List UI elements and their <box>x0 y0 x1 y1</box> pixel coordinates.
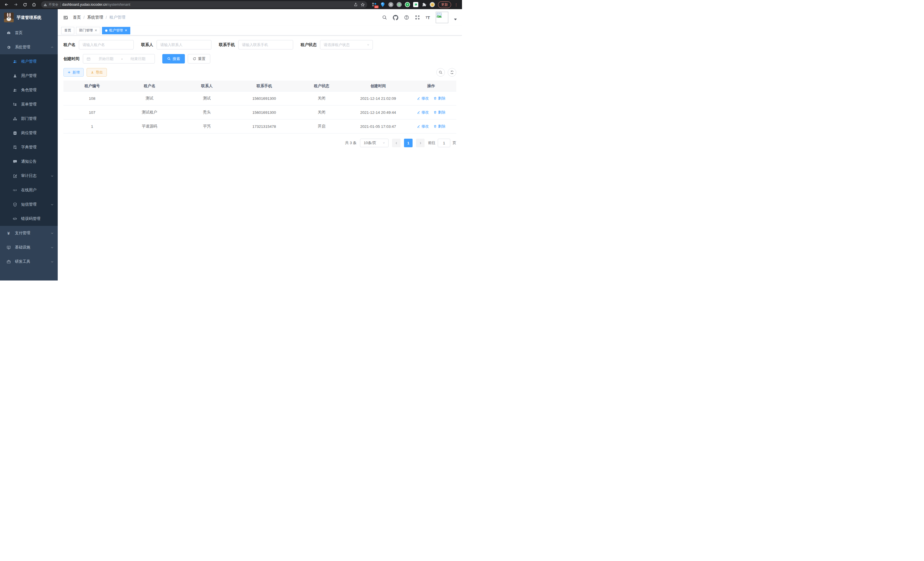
header-search-icon[interactable] <box>382 15 387 20</box>
extensions-puzzle-icon[interactable] <box>422 2 427 7</box>
add-button[interactable]: 新增 <box>63 68 84 77</box>
fullscreen-icon[interactable] <box>415 15 420 20</box>
chevron-down-icon <box>51 246 54 249</box>
prev-page-button[interactable] <box>392 139 400 147</box>
sidebar-item-audit-log[interactable]: 审计日志 <box>0 169 58 183</box>
pagination-total: 共 3 条 <box>345 140 357 146</box>
browser-reload-button[interactable] <box>21 1 28 8</box>
app-title: 芋道管理系统 <box>16 15 41 20</box>
tab-manager-extension-icon[interactable]: 10 <box>372 2 377 7</box>
page-number-button[interactable]: 1 <box>404 139 412 147</box>
refresh-icon <box>450 70 454 74</box>
tenant-name-input[interactable]: 请输入租户名 <box>79 40 134 50</box>
status-select[interactable]: 请选择租户状态˅ <box>320 40 373 50</box>
tag-bar: 首页 部门管理✕ 租户管理✕ <box>58 26 462 35</box>
tab-tenant[interactable]: 租户管理✕ <box>102 27 130 34</box>
reset-button[interactable]: 重置 <box>188 54 210 63</box>
app-window: 芋道管理系统 首页 系统管理 租户管理 用户管理 <box>0 9 462 281</box>
sidebar-item-dev-tools[interactable]: 研发工具 <box>0 254 58 269</box>
sidebar-item-menu[interactable]: 菜单管理 <box>0 97 58 111</box>
security-label: 不安全 <box>49 3 58 7</box>
tab-home[interactable]: 首页 <box>61 27 74 34</box>
sidebar-collapse-button[interactable] <box>63 15 68 20</box>
browser-home-button[interactable] <box>30 1 38 8</box>
browser-forward-button[interactable] <box>12 1 20 8</box>
filter-contact: 联系人 请输入联系人 <box>141 40 212 50</box>
select-caret-icon: ˅ <box>367 43 369 46</box>
sidebar-item-dict[interactable]: 字典管理 <box>0 140 58 154</box>
search-button[interactable]: 搜索 <box>162 54 185 63</box>
recorder-extension-icon[interactable] <box>397 2 402 7</box>
edit-link[interactable]: 修改 <box>417 124 429 129</box>
yen-icon: ¥ <box>6 231 11 235</box>
chevron-down-icon <box>51 232 54 235</box>
online-signal-icon <box>13 188 17 193</box>
help-icon[interactable] <box>404 15 409 20</box>
contact-input[interactable]: 请输入联系人 <box>157 40 212 50</box>
url-bar[interactable]: 不安全 dashboard.yudao.iocoder.cn/system/te… <box>41 1 367 8</box>
date-range-picker[interactable]: 开始日期 - 结束日期 <box>83 54 155 63</box>
sidebar-item-payment[interactable]: ¥ 支付管理 <box>0 226 58 240</box>
user-avatar[interactable] <box>436 12 448 23</box>
mobile-input[interactable]: 请输入联系手机 <box>238 40 293 50</box>
sidebar-item-tenant[interactable]: 租户管理 <box>0 54 58 69</box>
roles-icon <box>13 88 17 92</box>
yudao-extension-icon[interactable]: Y <box>405 2 410 7</box>
security-indicator[interactable]: 不安全 <box>44 3 58 7</box>
table-row[interactable]: 107 测试租户 秃头 15601691300 关闭 2021-12-14 20… <box>63 105 456 120</box>
profile-avatar-icon[interactable] <box>430 2 435 7</box>
delete-link[interactable]: 删除 <box>434 124 446 129</box>
delete-link[interactable]: 删除 <box>434 96 446 101</box>
bookmark-star-icon[interactable] <box>361 3 365 7</box>
goto-label: 前往 <box>428 140 435 146</box>
export-button[interactable]: 导出 <box>87 68 107 77</box>
refresh-table-button[interactable] <box>448 68 456 77</box>
filter-row-2: 创建时间 开始日期 - 结束日期 搜索 重置 <box>63 54 456 63</box>
browser-update-button[interactable]: 更新 <box>438 2 451 8</box>
browser-back-button[interactable] <box>3 1 10 8</box>
sidebar-item-infrastructure[interactable]: 基础设施 <box>0 240 58 254</box>
tab-dept[interactable]: 部门管理✕ <box>76 27 100 34</box>
table-toolbar: 新增 导出 <box>63 68 456 77</box>
delete-link[interactable]: 删除 <box>434 110 446 115</box>
sidebar-item-post[interactable]: 岗位管理 <box>0 126 58 140</box>
table-row[interactable]: 1 芋道源码 芋艿 17321315478 开启 2021-01-05 17:0… <box>63 120 456 134</box>
sidebar-item-dept[interactable]: 部门管理 <box>0 111 58 126</box>
refresh-icon <box>193 57 196 61</box>
sidebar-item-online-users[interactable]: 在线用户 <box>0 183 58 197</box>
pin-extension-icon[interactable] <box>380 2 385 7</box>
trash-icon <box>434 97 437 100</box>
table-row[interactable]: 108 测试 测试 15601691300 关闭 2021-12-14 21:0… <box>63 92 456 105</box>
toggle-search-button[interactable] <box>436 68 445 77</box>
close-icon[interactable]: ✕ <box>124 29 127 32</box>
log-edit-icon <box>13 174 17 178</box>
sidebar-item-sms[interactable]: 短信管理 <box>0 197 58 212</box>
share-icon[interactable] <box>354 3 358 7</box>
browser-menu-icon[interactable]: ⋮ <box>454 3 458 7</box>
goto-page-input[interactable]: 1 <box>438 139 450 147</box>
close-icon[interactable]: ✕ <box>94 29 97 32</box>
breadcrumb-system[interactable]: 系统管理 <box>87 15 103 20</box>
breadcrumb-home[interactable]: 首页 <box>73 15 81 20</box>
chat-extension-icon[interactable] <box>413 2 418 7</box>
filter-row-1: 租户名 请输入租户名 联系人 请输入联系人 联系手机 请输入联系手机 租户状态 … <box>63 40 456 50</box>
avatar-dropdown-caret[interactable] <box>454 19 457 20</box>
shield-icon <box>13 202 17 207</box>
app-logo-row[interactable]: 芋道管理系统 <box>0 9 58 26</box>
sidebar-item-home[interactable]: 首页 <box>0 26 58 40</box>
sidebar-item-user[interactable]: 用户管理 <box>0 69 58 83</box>
github-icon[interactable] <box>393 15 398 20</box>
search-icon <box>167 57 171 61</box>
sidebar-item-notice[interactable]: 通知公告 <box>0 154 58 169</box>
system-submenu: 租户管理 用户管理 角色管理 菜单管理 部门管理 <box>0 54 58 226</box>
command-extension-icon[interactable] <box>388 2 393 7</box>
font-size-icon[interactable]: TT <box>426 15 430 20</box>
sidebar-item-role[interactable]: 角色管理 <box>0 83 58 97</box>
edit-link[interactable]: 修改 <box>417 110 429 115</box>
edit-link[interactable]: 修改 <box>417 96 429 101</box>
sidebar-item-system[interactable]: 系统管理 <box>0 40 58 54</box>
plus-icon <box>68 71 71 74</box>
next-page-button[interactable] <box>416 139 424 147</box>
sidebar-item-error-code[interactable]: 错误码管理 <box>0 212 58 226</box>
page-size-select[interactable]: 10条/页˅ <box>360 139 388 147</box>
